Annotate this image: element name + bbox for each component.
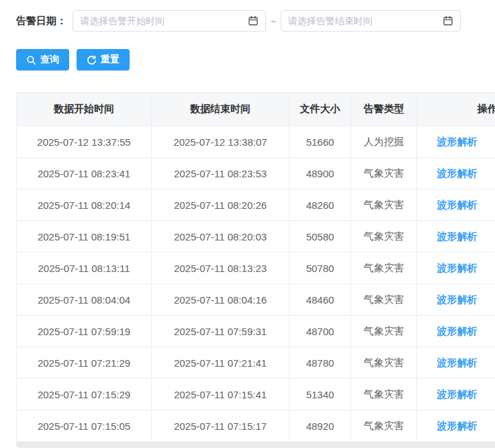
cell-file-size: 48900 [289, 158, 351, 189]
waveform-analysis-link[interactable]: 波形解析 [437, 420, 478, 431]
waveform-analysis-link[interactable]: 波形解析 [437, 294, 478, 305]
cell-actions: 波形解析 [417, 126, 495, 158]
cell-alarm-type: 气象灾害 [351, 379, 417, 410]
alarm-end-date-picker[interactable] [281, 10, 461, 32]
query-button-label: 查询 [40, 54, 59, 66]
cell-actions: 波形解析 [417, 410, 495, 442]
cell-start-time: 2025-07-11 08:23:41 [17, 158, 152, 189]
cell-end-time: 2025-07-11 07:21:41 [152, 347, 289, 379]
cell-file-size: 51340 [289, 379, 351, 410]
table-header-row: 数据开始时间数据结束时间文件大小告警类型操作 [17, 93, 495, 126]
waveform-analysis-link[interactable]: 波形解析 [437, 230, 478, 242]
alarm-date-label: 告警日期： [16, 15, 66, 28]
refresh-icon [87, 55, 97, 65]
cell-actions: 波形解析 [417, 221, 495, 253]
cell-actions: 波形解析 [417, 379, 495, 410]
cell-file-size: 50580 [289, 221, 351, 253]
date-range-separator: ~ [271, 16, 276, 26]
cell-start-time: 2025-07-11 07:15:05 [17, 410, 152, 442]
cell-start-time: 2025-07-12 13:37:55 [17, 126, 152, 158]
table-body: 2025-07-12 13:37:55 2025-07-12 13:38:07 … [17, 126, 495, 442]
table-row: 2025-07-11 07:15:29 2025-07-11 07:15:41 … [17, 379, 495, 410]
cell-start-time: 2025-07-11 08:13:11 [17, 253, 152, 284]
waveform-analysis-link[interactable]: 波形解析 [437, 136, 478, 147]
cell-alarm-type: 人为挖掘 [351, 126, 417, 158]
alarm-end-date-input[interactable] [288, 15, 439, 26]
waveform-analysis-link[interactable]: 波形解析 [437, 357, 478, 368]
cell-actions: 波形解析 [417, 158, 495, 189]
cell-alarm-type: 气象灾害 [351, 221, 417, 253]
cell-actions: 波形解析 [417, 316, 495, 347]
column-header-end-time: 数据结束时间 [152, 93, 289, 126]
column-header-file-size: 文件大小 [289, 93, 351, 126]
cell-start-time: 2025-07-11 08:19:51 [17, 221, 152, 253]
cell-alarm-type: 气象灾害 [351, 284, 417, 316]
cell-end-time: 2025-07-12 13:38:07 [152, 126, 289, 158]
waveform-analysis-link[interactable]: 波形解析 [437, 199, 478, 210]
cell-alarm-type: 气象灾害 [351, 158, 417, 189]
table-row: 2025-07-11 08:19:51 2025-07-11 08:20:03 … [17, 221, 495, 253]
column-header-alarm-type: 告警类型 [351, 93, 417, 126]
cell-end-time: 2025-07-11 07:15:41 [152, 379, 289, 410]
calendar-icon[interactable] [248, 15, 259, 26]
cell-file-size: 48780 [289, 347, 351, 379]
column-header-start-time: 数据开始时间 [17, 93, 152, 126]
reset-button-label: 重置 [101, 54, 120, 66]
cell-file-size: 48920 [289, 410, 351, 442]
cell-alarm-type: 气象灾害 [351, 316, 417, 347]
cell-start-time: 2025-07-11 08:04:04 [17, 284, 152, 316]
cell-end-time: 2025-07-11 07:15:17 [152, 410, 289, 442]
cell-end-time: 2025-07-11 08:20:26 [152, 189, 289, 221]
cell-file-size: 50780 [289, 253, 351, 284]
horizontal-scrollbar[interactable] [16, 441, 495, 448]
table-row: 2025-07-12 13:37:55 2025-07-12 13:38:07 … [17, 126, 495, 158]
column-header-actions: 操作 [417, 93, 495, 126]
alarm-start-date-input[interactable] [80, 15, 244, 26]
filter-bar: 告警日期： ~ [16, 10, 495, 32]
calendar-icon[interactable] [443, 15, 453, 26]
cell-actions: 波形解析 [417, 347, 495, 379]
waveform-analysis-link[interactable]: 波形解析 [437, 167, 478, 179]
waveform-analysis-link[interactable]: 波形解析 [437, 262, 478, 273]
cell-actions: 波形解析 [417, 253, 495, 284]
search-icon [26, 55, 36, 65]
actions-bar: 查询 重置 [16, 49, 495, 71]
cell-alarm-type: 气象灾害 [351, 253, 417, 284]
cell-alarm-type: 气象灾害 [351, 347, 417, 379]
alarm-start-date-picker[interactable] [73, 10, 266, 32]
table-row: 2025-07-11 07:59:19 2025-07-11 07:59:31 … [17, 316, 495, 347]
waveform-analysis-link[interactable]: 波形解析 [437, 325, 478, 337]
alarm-table: 数据开始时间数据结束时间文件大小告警类型操作 2025-07-12 13:37:… [16, 92, 495, 442]
cell-start-time: 2025-07-11 07:21:29 [17, 347, 152, 379]
cell-start-time: 2025-07-11 07:59:19 [17, 316, 152, 347]
table-row: 2025-07-11 08:23:41 2025-07-11 08:23:53 … [17, 158, 495, 189]
table-row: 2025-07-11 07:21:29 2025-07-11 07:21:41 … [17, 347, 495, 379]
cell-start-time: 2025-07-11 08:20:14 [17, 189, 152, 221]
cell-end-time: 2025-07-11 08:13:23 [152, 253, 289, 284]
cell-actions: 波形解析 [417, 284, 495, 316]
cell-alarm-type: 气象灾害 [351, 410, 417, 442]
table-row: 2025-07-11 08:20:14 2025-07-11 08:20:26 … [17, 189, 495, 221]
alarm-table-container: 数据开始时间数据结束时间文件大小告警类型操作 2025-07-12 13:37:… [16, 92, 495, 442]
query-button[interactable]: 查询 [16, 49, 69, 71]
reset-button[interactable]: 重置 [77, 49, 130, 71]
cell-end-time: 2025-07-11 08:20:03 [152, 221, 289, 253]
cell-end-time: 2025-07-11 07:59:31 [152, 316, 289, 347]
cell-file-size: 48700 [289, 316, 351, 347]
cell-actions: 波形解析 [417, 189, 495, 221]
cell-end-time: 2025-07-11 08:23:53 [152, 158, 289, 189]
table-row: 2025-07-11 08:13:11 2025-07-11 08:13:23 … [17, 253, 495, 284]
table-row: 2025-07-11 08:04:04 2025-07-11 08:04:16 … [17, 284, 495, 316]
cell-end-time: 2025-07-11 08:04:16 [152, 284, 289, 316]
waveform-analysis-link[interactable]: 波形解析 [437, 388, 478, 400]
cell-file-size: 48260 [289, 189, 351, 221]
table-row: 2025-07-11 07:15:05 2025-07-11 07:15:17 … [17, 410, 495, 442]
cell-alarm-type: 气象灾害 [351, 189, 417, 221]
cell-file-size: 48460 [289, 284, 351, 316]
cell-start-time: 2025-07-11 07:15:29 [17, 379, 152, 410]
cell-file-size: 51660 [289, 126, 351, 158]
